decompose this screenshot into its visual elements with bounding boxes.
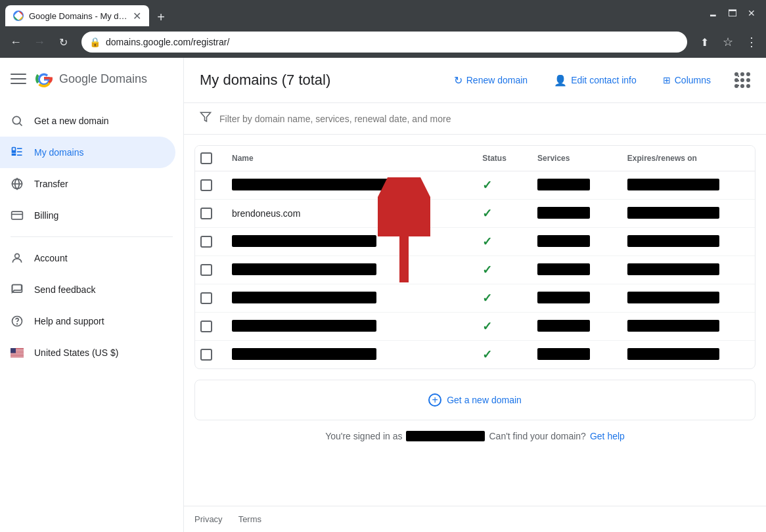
filter-input[interactable] bbox=[219, 114, 750, 124]
sidebar-item-get-new-domain[interactable]: Get a new domain bbox=[0, 105, 175, 137]
window-close-button[interactable]: ✕ bbox=[748, 8, 755, 18]
new-tab-button[interactable]: + bbox=[152, 8, 170, 26]
renew-domain-button[interactable]: ↻ Renew domain bbox=[443, 69, 538, 92]
columns-button[interactable]: ⊞ Columns bbox=[652, 70, 721, 91]
security-icon: 🔒 bbox=[89, 37, 101, 47]
table-area: Name Status Services Expires/renews on bbox=[184, 135, 766, 506]
svg-rect-22 bbox=[11, 355, 24, 355]
sidebar-item-send-feedback[interactable]: Send feedback bbox=[0, 274, 175, 305]
redacted-expires bbox=[627, 235, 719, 247]
redacted-domain-name bbox=[232, 320, 376, 332]
services-cell bbox=[527, 313, 617, 341]
redacted-email bbox=[406, 431, 485, 441]
expires-cell bbox=[617, 200, 755, 228]
more-options-icon[interactable]: ⋮ bbox=[742, 33, 761, 51]
sidebar-item-united-states[interactable]: United States (US $) bbox=[0, 337, 175, 368]
services-cell bbox=[527, 284, 617, 313]
row-checkbox[interactable] bbox=[200, 321, 212, 332]
google-domains-logo: Google Domains bbox=[34, 69, 147, 89]
tab-close-button[interactable]: ✕ bbox=[133, 10, 141, 22]
svg-point-16 bbox=[17, 324, 18, 324]
sidebar-item-help-support[interactable]: Help and support bbox=[0, 305, 175, 337]
status-check-icon: ✓ bbox=[482, 348, 492, 361]
svg-rect-24 bbox=[11, 348, 16, 353]
row-checkbox[interactable] bbox=[200, 208, 212, 219]
sidebar-item-transfer-label: Transfer bbox=[34, 179, 68, 189]
services-cell bbox=[527, 341, 617, 369]
expires-cell bbox=[617, 313, 755, 341]
filter-bar bbox=[184, 103, 766, 135]
sidebar-item-account-label: Account bbox=[34, 253, 68, 263]
header-actions: ↻ Renew domain 👤 Edit contact info ⊞ Col… bbox=[443, 68, 750, 92]
sidebar-item-send-feedback-label: Send feedback bbox=[34, 284, 95, 295]
url-text: domains.google.com/registrar/ bbox=[106, 37, 679, 47]
sidebar-item-billing-label: Billing bbox=[34, 210, 58, 221]
column-header-status: Status bbox=[472, 146, 527, 171]
favicon bbox=[13, 11, 24, 21]
active-tab[interactable]: Google Domains - My domains ✕ bbox=[5, 5, 149, 26]
redacted-expires bbox=[627, 179, 719, 190]
get-new-domain-box: + Get a new domain bbox=[194, 380, 755, 420]
expires-cell bbox=[617, 341, 755, 369]
table-row: ✓ bbox=[195, 313, 755, 341]
main-header: My domains (7 total) ↻ Renew domain 👤 Ed… bbox=[184, 58, 766, 103]
status-check-icon: ✓ bbox=[482, 235, 492, 248]
edit-contact-info-button[interactable]: 👤 Edit contact info bbox=[543, 69, 647, 92]
tab-title: Google Domains - My domains bbox=[29, 11, 127, 21]
sidebar-item-billing[interactable]: Billing bbox=[0, 200, 175, 231]
row-checkbox[interactable] bbox=[200, 349, 212, 361]
status-cell: ✓ bbox=[472, 256, 527, 284]
redacted-expires bbox=[627, 263, 719, 275]
row-checkbox[interactable] bbox=[200, 264, 212, 276]
address-bar[interactable]: 🔒 domains.google.com/registrar/ bbox=[81, 32, 687, 53]
svg-rect-3 bbox=[12, 148, 16, 151]
domain-name-cell: brendoneus.com bbox=[221, 200, 472, 228]
table-row: ✓ bbox=[195, 256, 755, 284]
forward-button[interactable]: → bbox=[29, 32, 50, 53]
status-check-icon: ✓ bbox=[482, 320, 492, 333]
status-check-icon: ✓ bbox=[482, 292, 492, 305]
expires-cell bbox=[617, 171, 755, 200]
domain-name-cell bbox=[221, 171, 472, 200]
share-icon[interactable]: ⬆ bbox=[695, 33, 713, 51]
refresh-button[interactable]: ↻ bbox=[53, 32, 74, 53]
status-check-icon: ✓ bbox=[482, 263, 492, 277]
apps-grid-button[interactable] bbox=[729, 67, 755, 93]
status-cell: ✓ bbox=[472, 341, 527, 369]
filter-icon bbox=[200, 111, 212, 126]
bookmark-icon[interactable]: ☆ bbox=[719, 33, 737, 51]
help-icon bbox=[11, 315, 24, 328]
get-new-domain-link[interactable]: + Get a new domain bbox=[428, 393, 522, 407]
redacted-domain-name bbox=[232, 235, 376, 247]
domains-table-container: Name Status Services Expires/renews on bbox=[194, 145, 755, 369]
row-checkbox[interactable] bbox=[200, 236, 212, 248]
window-maximize-button[interactable]: 🗖 bbox=[728, 8, 737, 18]
services-cell bbox=[527, 228, 617, 256]
plus-circle-icon: + bbox=[428, 393, 441, 407]
redacted-expires bbox=[627, 348, 719, 360]
row-checkbox[interactable] bbox=[200, 179, 212, 191]
search-icon bbox=[11, 114, 24, 127]
hamburger-menu-button[interactable] bbox=[11, 71, 26, 87]
get-help-link[interactable]: Get help bbox=[590, 431, 625, 441]
app-footer: Privacy Terms bbox=[184, 506, 766, 532]
table-row: brendoneus.com ✓ bbox=[195, 200, 755, 228]
svg-rect-4 bbox=[12, 151, 16, 152]
sidebar-item-get-new-domain-label: Get a new domain bbox=[34, 116, 109, 126]
table-header-row: Name Status Services Expires/renews on bbox=[195, 146, 755, 171]
terms-link[interactable]: Terms bbox=[238, 514, 261, 524]
redacted-services bbox=[537, 348, 590, 360]
back-button[interactable]: ← bbox=[5, 32, 26, 53]
privacy-link[interactable]: Privacy bbox=[194, 514, 223, 524]
domain-name-cell bbox=[221, 341, 472, 369]
sidebar-item-my-domains[interactable]: My domains bbox=[0, 137, 175, 168]
renew-icon: ↻ bbox=[454, 74, 462, 87]
svg-point-13 bbox=[15, 254, 20, 258]
sidebar-item-account[interactable]: Account bbox=[0, 242, 175, 274]
window-minimize-button[interactable]: 🗕 bbox=[708, 8, 717, 18]
redacted-domain-name bbox=[232, 179, 416, 190]
sidebar-item-transfer[interactable]: Transfer bbox=[0, 168, 175, 200]
redacted-services bbox=[537, 235, 590, 247]
select-all-checkbox[interactable] bbox=[200, 152, 212, 164]
row-checkbox[interactable] bbox=[200, 292, 212, 304]
